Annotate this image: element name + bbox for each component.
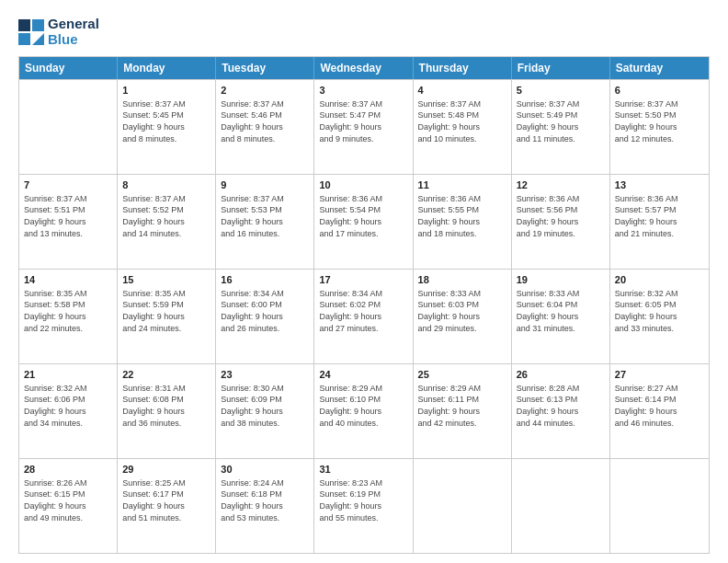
calendar-cell: 3Sunrise: 8:37 AM Sunset: 5:47 PM Daylig… bbox=[314, 80, 413, 174]
day-info: Sunrise: 8:37 AM Sunset: 5:52 PM Dayligh… bbox=[122, 193, 210, 239]
day-info: Sunrise: 8:33 AM Sunset: 6:03 PM Dayligh… bbox=[418, 288, 506, 334]
calendar-cell: 2Sunrise: 8:37 AM Sunset: 5:46 PM Daylig… bbox=[216, 80, 314, 174]
day-info: Sunrise: 8:29 AM Sunset: 6:10 PM Dayligh… bbox=[319, 383, 407, 429]
day-number: 11 bbox=[418, 178, 506, 192]
day-info: Sunrise: 8:37 AM Sunset: 5:48 PM Dayligh… bbox=[418, 98, 506, 144]
calendar-cell: 25Sunrise: 8:29 AM Sunset: 6:11 PM Dayli… bbox=[414, 364, 512, 458]
day-info: Sunrise: 8:37 AM Sunset: 5:50 PM Dayligh… bbox=[615, 98, 704, 144]
day-number: 14 bbox=[24, 273, 112, 287]
calendar-cell: 7Sunrise: 8:37 AM Sunset: 5:51 PM Daylig… bbox=[19, 175, 118, 269]
day-info: Sunrise: 8:35 AM Sunset: 5:59 PM Dayligh… bbox=[122, 288, 210, 334]
calendar-cell: 10Sunrise: 8:36 AM Sunset: 5:54 PM Dayli… bbox=[314, 175, 413, 269]
svg-rect-1 bbox=[32, 19, 44, 31]
calendar-cell: 12Sunrise: 8:36 AM Sunset: 5:56 PM Dayli… bbox=[512, 175, 610, 269]
day-number: 6 bbox=[615, 84, 704, 98]
day-info: Sunrise: 8:37 AM Sunset: 5:45 PM Dayligh… bbox=[122, 98, 210, 144]
day-number: 27 bbox=[615, 368, 704, 382]
calendar-cell: 17Sunrise: 8:34 AM Sunset: 6:02 PM Dayli… bbox=[314, 270, 413, 363]
calendar-cell: 30Sunrise: 8:24 AM Sunset: 6:18 PM Dayli… bbox=[216, 459, 314, 553]
day-info: Sunrise: 8:33 AM Sunset: 6:04 PM Dayligh… bbox=[517, 288, 605, 334]
day-info: Sunrise: 8:32 AM Sunset: 6:06 PM Dayligh… bbox=[24, 383, 112, 429]
day-number: 12 bbox=[517, 178, 605, 192]
day-number: 23 bbox=[221, 368, 309, 382]
logo-text: General Blue bbox=[48, 17, 99, 47]
day-info: Sunrise: 8:37 AM Sunset: 5:46 PM Dayligh… bbox=[221, 98, 309, 144]
calendar-cell: 29Sunrise: 8:25 AM Sunset: 6:17 PM Dayli… bbox=[118, 459, 216, 553]
day-number: 2 bbox=[221, 84, 309, 98]
calendar-cell: 23Sunrise: 8:30 AM Sunset: 6:09 PM Dayli… bbox=[216, 364, 314, 458]
calendar-cell: 9Sunrise: 8:37 AM Sunset: 5:53 PM Daylig… bbox=[216, 175, 314, 269]
day-number: 5 bbox=[517, 84, 605, 98]
day-info: Sunrise: 8:37 AM Sunset: 5:51 PM Dayligh… bbox=[24, 193, 112, 239]
calendar-cell bbox=[610, 459, 709, 553]
calendar-cell: 14Sunrise: 8:35 AM Sunset: 5:58 PM Dayli… bbox=[19, 270, 118, 363]
calendar-week-row: 21Sunrise: 8:32 AM Sunset: 6:06 PM Dayli… bbox=[19, 363, 709, 458]
calendar: SundayMondayTuesdayWednesdayThursdayFrid… bbox=[18, 56, 710, 554]
day-info: Sunrise: 8:36 AM Sunset: 5:56 PM Dayligh… bbox=[517, 193, 605, 239]
calendar-cell: 16Sunrise: 8:34 AM Sunset: 6:00 PM Dayli… bbox=[216, 270, 314, 363]
day-info: Sunrise: 8:36 AM Sunset: 5:55 PM Dayligh… bbox=[418, 193, 506, 239]
day-number: 13 bbox=[615, 178, 704, 192]
day-number: 4 bbox=[418, 84, 506, 98]
day-number: 30 bbox=[221, 463, 309, 477]
calendar-body: 1Sunrise: 8:37 AM Sunset: 5:45 PM Daylig… bbox=[19, 79, 709, 553]
calendar-cell: 19Sunrise: 8:33 AM Sunset: 6:04 PM Dayli… bbox=[512, 270, 610, 363]
day-number: 1 bbox=[122, 84, 210, 98]
calendar-cell: 20Sunrise: 8:32 AM Sunset: 6:05 PM Dayli… bbox=[610, 270, 709, 363]
day-number: 16 bbox=[221, 273, 309, 287]
day-info: Sunrise: 8:37 AM Sunset: 5:47 PM Dayligh… bbox=[319, 98, 407, 144]
calendar-cell: 1Sunrise: 8:37 AM Sunset: 5:45 PM Daylig… bbox=[118, 80, 216, 174]
weekday-header: Wednesday bbox=[314, 57, 413, 79]
day-info: Sunrise: 8:28 AM Sunset: 6:13 PM Dayligh… bbox=[517, 383, 605, 429]
calendar-cell: 21Sunrise: 8:32 AM Sunset: 6:06 PM Dayli… bbox=[19, 364, 118, 458]
calendar-cell: 27Sunrise: 8:27 AM Sunset: 6:14 PM Dayli… bbox=[610, 364, 709, 458]
day-number: 18 bbox=[418, 273, 506, 287]
day-number: 28 bbox=[24, 463, 112, 477]
day-info: Sunrise: 8:36 AM Sunset: 5:54 PM Dayligh… bbox=[319, 193, 407, 239]
calendar-cell: 26Sunrise: 8:28 AM Sunset: 6:13 PM Dayli… bbox=[512, 364, 610, 458]
calendar-week-row: 14Sunrise: 8:35 AM Sunset: 5:58 PM Dayli… bbox=[19, 269, 709, 363]
day-number: 26 bbox=[517, 368, 605, 382]
day-info: Sunrise: 8:23 AM Sunset: 6:19 PM Dayligh… bbox=[319, 477, 407, 523]
day-info: Sunrise: 8:30 AM Sunset: 6:09 PM Dayligh… bbox=[221, 383, 309, 429]
svg-marker-3 bbox=[32, 33, 44, 45]
calendar-cell: 15Sunrise: 8:35 AM Sunset: 5:59 PM Dayli… bbox=[118, 270, 216, 363]
calendar-cell: 31Sunrise: 8:23 AM Sunset: 6:19 PM Dayli… bbox=[314, 459, 413, 553]
weekday-header: Thursday bbox=[414, 57, 512, 79]
day-number: 20 bbox=[615, 273, 704, 287]
day-info: Sunrise: 8:27 AM Sunset: 6:14 PM Dayligh… bbox=[615, 383, 704, 429]
day-number: 15 bbox=[122, 273, 210, 287]
day-info: Sunrise: 8:26 AM Sunset: 6:15 PM Dayligh… bbox=[24, 477, 112, 523]
svg-rect-2 bbox=[18, 33, 30, 45]
day-info: Sunrise: 8:37 AM Sunset: 5:53 PM Dayligh… bbox=[221, 193, 309, 239]
calendar-week-row: 28Sunrise: 8:26 AM Sunset: 6:15 PM Dayli… bbox=[19, 458, 709, 553]
day-number: 3 bbox=[319, 84, 407, 98]
calendar-cell: 18Sunrise: 8:33 AM Sunset: 6:03 PM Dayli… bbox=[414, 270, 512, 363]
day-info: Sunrise: 8:29 AM Sunset: 6:11 PM Dayligh… bbox=[418, 383, 506, 429]
weekday-header: Saturday bbox=[610, 57, 709, 79]
calendar-cell: 11Sunrise: 8:36 AM Sunset: 5:55 PM Dayli… bbox=[414, 175, 512, 269]
day-number: 24 bbox=[319, 368, 407, 382]
calendar-cell: 6Sunrise: 8:37 AM Sunset: 5:50 PM Daylig… bbox=[610, 80, 709, 174]
calendar-cell: 24Sunrise: 8:29 AM Sunset: 6:10 PM Dayli… bbox=[314, 364, 413, 458]
day-number: 9 bbox=[221, 178, 309, 192]
calendar-cell: 4Sunrise: 8:37 AM Sunset: 5:48 PM Daylig… bbox=[414, 80, 512, 174]
day-number: 19 bbox=[517, 273, 605, 287]
logo: General Blue bbox=[18, 17, 99, 47]
day-info: Sunrise: 8:34 AM Sunset: 6:00 PM Dayligh… bbox=[221, 288, 309, 334]
calendar-cell: 5Sunrise: 8:37 AM Sunset: 5:49 PM Daylig… bbox=[512, 80, 610, 174]
day-info: Sunrise: 8:32 AM Sunset: 6:05 PM Dayligh… bbox=[615, 288, 704, 334]
svg-rect-0 bbox=[18, 19, 30, 31]
calendar-week-row: 7Sunrise: 8:37 AM Sunset: 5:51 PM Daylig… bbox=[19, 174, 709, 269]
weekday-header: Monday bbox=[118, 57, 216, 79]
day-number: 10 bbox=[319, 178, 407, 192]
day-number: 22 bbox=[122, 368, 210, 382]
day-number: 7 bbox=[24, 178, 112, 192]
weekday-header: Sunday bbox=[19, 57, 118, 79]
calendar-week-row: 1Sunrise: 8:37 AM Sunset: 5:45 PM Daylig… bbox=[19, 79, 709, 174]
calendar-cell: 22Sunrise: 8:31 AM Sunset: 6:08 PM Dayli… bbox=[118, 364, 216, 458]
day-number: 8 bbox=[122, 178, 210, 192]
day-number: 25 bbox=[418, 368, 506, 382]
logo-icon bbox=[18, 19, 44, 45]
calendar-cell: 13Sunrise: 8:36 AM Sunset: 5:57 PM Dayli… bbox=[610, 175, 709, 269]
